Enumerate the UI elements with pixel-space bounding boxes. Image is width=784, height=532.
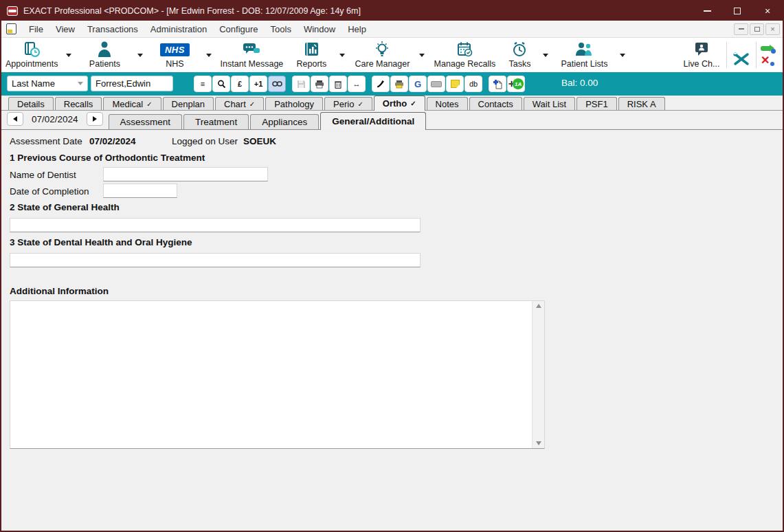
close-button[interactable]: × [752,1,783,21]
menu-bar: File View Transactions Administration Co… [1,21,783,38]
subtab-treatment[interactable]: Treatment [183,114,249,129]
tab-risk-a[interactable]: RISK A [618,97,665,110]
subtab-assessment[interactable]: Assessment [109,114,183,129]
menu-file[interactable]: File [23,22,49,36]
date-navigator: 07/02/2024 [1,111,109,129]
toolbar-instant-message[interactable]: Instant Message [216,38,287,72]
save-button[interactable] [292,76,310,92]
menu-configure[interactable]: Configure [213,22,264,36]
note-button[interactable] [446,76,464,92]
mdi-minimize-button[interactable] [734,23,748,35]
tab-pathology[interactable]: Pathology [265,97,323,110]
tasks-icon [511,41,528,58]
resize-button[interactable]: ↔ [348,76,366,92]
mdi-restore-button[interactable] [750,23,764,35]
toolbar-reports[interactable]: Reports [287,38,335,72]
align-list-button[interactable]: ≡ [194,76,212,92]
section1-heading: 1 Previous Course of Orthodontic Treatme… [10,153,205,163]
tab-medical[interactable]: Medical✓ [103,97,161,110]
tab-denplan[interactable]: Denplan [163,97,214,110]
tasks-dropdown[interactable] [539,38,552,72]
date-of-completion-input[interactable] [103,184,177,198]
subtab-general-additional[interactable]: General/Additional [320,112,426,130]
tab-details[interactable]: Details [8,97,54,110]
scroll-down-icon[interactable] [536,441,541,445]
next-date-button[interactable] [87,112,103,126]
pen-icon [377,80,385,89]
db-button[interactable]: db [464,76,482,92]
logged-on-user-label: Logged on User [172,136,238,146]
pen-button[interactable] [372,76,390,92]
toolbar-patients-label: Patients [89,59,120,69]
menu-view[interactable]: View [49,22,81,36]
nhs-dropdown[interactable] [202,38,216,72]
connect-icon[interactable] [761,45,776,54]
chevron-down-icon [419,54,425,57]
toolbar-nhs[interactable]: NHS NHS [147,38,202,72]
patients-dropdown[interactable] [133,38,147,72]
menu-transactions[interactable]: Transactions [81,22,144,36]
web-button[interactable]: G [409,76,427,92]
tab-perio[interactable]: Perio✓ [324,97,372,110]
title-bar: EXACT Professional <PRODCOM> - [Mr Edwin… [1,1,783,21]
search-field-value: Last Name [12,78,55,89]
toolbar-care-manager[interactable]: Care Manager [349,38,415,72]
tab-chart[interactable]: Chart✓ [215,97,264,110]
appointments-dropdown[interactable] [62,38,76,72]
manage-recalls-icon [456,41,473,58]
memo-scrollbar[interactable] [532,301,544,448]
tools-icon [732,50,750,68]
tab-recalls[interactable]: Recalls [55,97,102,110]
plus-one-button[interactable]: +1 [249,76,267,92]
search-field-select[interactable]: Last Name [7,76,88,91]
tooth-chart-button[interactable]: ✛1A [507,76,525,92]
additional-info-content[interactable] [10,301,531,448]
additional-info-textarea[interactable] [10,300,545,449]
menu-help[interactable]: Help [341,22,372,36]
toolbar-patients[interactable]: Patients [76,38,133,72]
keyboard-button[interactable] [427,76,445,92]
toolbar-patient-lists[interactable]: Patient Lists [552,38,616,72]
toolbar-manage-recalls[interactable]: Manage Recalls [429,38,500,72]
currency-button[interactable]: £ [231,76,249,92]
care-manager-dropdown[interactable] [415,38,429,72]
tab-psf1[interactable]: PSF1 [576,97,617,110]
mdi-close-button[interactable]: × [765,23,780,35]
tab-ortho[interactable]: Ortho✓ [374,96,425,111]
subtab-appliances[interactable]: Appliances [250,114,319,129]
chevron-down-icon [137,54,143,57]
patient-tabs: Details Recalls Medical✓ Denplan Chart✓ … [1,96,783,111]
patient-lists-dropdown[interactable] [616,38,629,72]
menu-administration[interactable]: Administration [144,22,213,36]
chevron-down-icon [339,54,345,57]
care-manager-icon [373,41,391,58]
general-health-input[interactable] [10,218,421,232]
link-button[interactable] [268,76,286,92]
toolbar-settings[interactable] [728,38,754,72]
minimize-button[interactable] [692,1,722,21]
disconnect-icon[interactable]: ✕ [761,56,776,66]
dental-health-input[interactable] [10,253,421,267]
menu-window[interactable]: Window [298,22,341,36]
search-button[interactable] [212,76,230,92]
assessment-date-label: Assessment Date [10,136,82,146]
document-menu-icon[interactable] [6,23,16,34]
menu-tools[interactable]: Tools [265,22,298,36]
patient-search-input[interactable] [91,76,173,91]
tab-notes[interactable]: Notes [427,97,468,110]
maximize-button[interactable] [722,1,752,21]
tab-wait-list[interactable]: Wait List [524,97,575,110]
toolbar-tasks[interactable]: Tasks [500,38,539,72]
add-document-icon [493,79,503,89]
prev-date-button[interactable] [7,112,23,126]
toolbar-appointments[interactable]: Appointments [1,38,62,72]
tab-contacts[interactable]: Contacts [469,97,522,110]
print-button[interactable] [311,76,328,92]
reports-dropdown[interactable] [335,38,349,72]
add-document-button[interactable] [489,76,506,92]
scroll-up-icon[interactable] [536,304,541,308]
fax-button[interactable] [390,76,408,92]
delete-button[interactable] [329,76,347,92]
toolbar-live-chat[interactable]: Live Ch... [678,38,725,72]
name-of-dentist-input[interactable] [103,167,268,181]
